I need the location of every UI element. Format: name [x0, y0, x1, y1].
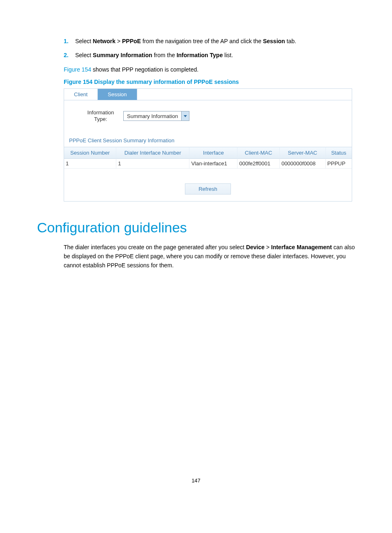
info-type-label: Information Type: — [82, 109, 119, 123]
pppoe-session-panel: Client Session Information Type: Summary… — [64, 88, 352, 202]
text: list. — [223, 52, 233, 58]
bold-text: Device — [246, 244, 265, 250]
col-dialer-interface: Dialer Interface Number — [116, 147, 189, 159]
table-row: 1 1 Vlan-interface1 000fe2ff0001 0000000… — [64, 159, 352, 169]
text: The dialer interfaces you create on the … — [64, 244, 246, 250]
select-dropdown-button[interactable] — [181, 111, 189, 121]
step-text: Select Summary Information from the Info… — [75, 51, 355, 59]
text: from the navigation tree of the AP and c… — [141, 38, 263, 44]
cell-server-mac: 0000000f0008 — [279, 159, 325, 169]
guidelines-paragraph: The dialer interfaces you create on the … — [64, 243, 355, 270]
bold-text: PPPoE — [122, 38, 141, 44]
col-client-mac: Client-MAC — [237, 147, 279, 159]
refresh-button[interactable]: Refresh — [185, 183, 231, 195]
section-heading: Configuration guidelines — [37, 220, 355, 236]
cell-interface: Vlan-interface1 — [189, 159, 237, 169]
text: from the — [152, 52, 177, 58]
page-number: 147 — [0, 477, 392, 484]
refresh-wrap: Refresh — [64, 169, 352, 201]
info-type-select[interactable]: Summary Information — [123, 111, 189, 121]
cell-dialer: 1 — [116, 159, 189, 169]
figure-reference-sentence: Figure 154 shows that PPP negotiation is… — [64, 65, 355, 74]
col-session-number: Session Number — [64, 147, 116, 159]
col-status: Status — [325, 147, 352, 159]
text: Select — [75, 38, 93, 44]
info-type-row: Information Type: Summary Information — [64, 100, 352, 127]
bold-text: Network — [93, 38, 115, 44]
section-title: PPPoE Client Session Summary Information — [64, 127, 352, 147]
bold-text: Session — [263, 38, 285, 44]
step-2: 2. Select Summary Information from the I… — [64, 51, 355, 59]
tab-session[interactable]: Session — [98, 89, 137, 100]
step-number: 1. — [64, 37, 75, 45]
text: tab. — [285, 38, 296, 44]
text: > — [115, 38, 122, 44]
figure-caption: Figure 154 Display the summary informati… — [64, 79, 355, 85]
step-1: 1. Select Network > PPPoE from the navig… — [64, 37, 355, 45]
select-value: Summary Information — [124, 113, 181, 119]
text: shows that PPP negotiation is completed. — [91, 66, 198, 73]
bold-text: Interface Management — [271, 244, 332, 250]
cell-client-mac: 000fe2ff0001 — [237, 159, 279, 169]
col-interface: Interface — [189, 147, 237, 159]
col-server-mac: Server-MAC — [279, 147, 325, 159]
step-number: 2. — [64, 51, 75, 59]
step-text: Select Network > PPPoE from the navigati… — [75, 37, 355, 45]
bold-text: Summary Information — [93, 52, 152, 58]
cell-status: PPPUP — [325, 159, 352, 169]
cell-session: 1 — [64, 159, 116, 169]
text: Select — [75, 52, 93, 58]
text: > — [265, 244, 271, 250]
tab-client[interactable]: Client — [64, 89, 98, 100]
bold-text: Information Type — [177, 52, 223, 58]
session-table: Session Number Dialer Interface Number I… — [64, 147, 352, 169]
figure-link[interactable]: Figure 154 — [64, 66, 91, 73]
table-header-row: Session Number Dialer Interface Number I… — [64, 147, 352, 159]
chevron-down-icon — [184, 115, 187, 117]
tabs: Client Session — [64, 89, 352, 100]
